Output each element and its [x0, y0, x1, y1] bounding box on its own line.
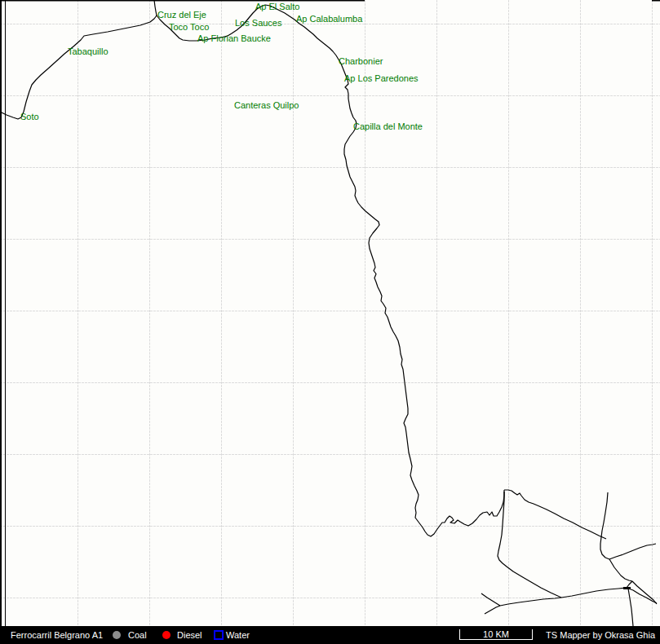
map-border-top-right — [652, 0, 660, 2]
railway-line — [0, 5, 504, 536]
junction-marker — [623, 587, 631, 589]
railway-line — [628, 589, 633, 626]
station-label: Capilla del Monte — [353, 122, 423, 131]
legend-label: Coal — [128, 630, 147, 640]
station-label: Toco Toco — [169, 23, 209, 32]
legend-label: Diesel — [177, 630, 202, 640]
route-name: Ferrocarril Belgrano A1 — [11, 630, 103, 640]
railway-line — [481, 593, 500, 606]
credit-text: TS Mapper by Okrasa Ghia — [546, 630, 655, 640]
station-label: Cruz del Eje — [157, 11, 206, 20]
map-canvas[interactable]: Cruz del EjeToco TocoAp El SaltoLos Sauc… — [0, 0, 660, 626]
station-label: Ap El Salto — [255, 2, 299, 11]
station-label: Los Sauces — [235, 19, 281, 28]
station-label: Charbonier — [339, 57, 383, 66]
diesel-marker-icon — [162, 631, 171, 639]
railway-line — [154, 0, 157, 15]
railway-line — [609, 544, 656, 559]
scale-bar: 10 KM — [459, 629, 533, 640]
legend-label: Water — [226, 630, 250, 640]
railway-line — [485, 588, 657, 614]
railway-map-drawing — [0, 0, 660, 626]
scale-label: 10 KM — [483, 629, 509, 639]
station-label: Ap Los Paredones — [344, 74, 419, 83]
coal-marker-icon — [113, 631, 121, 639]
station-label: Canteras Quilpo — [234, 101, 299, 110]
station-label: Ap Florian Baucke — [197, 34, 271, 43]
railway-line — [632, 581, 657, 604]
map-border-left-outer — [0, 0, 2, 626]
station-label: Soto — [20, 112, 39, 121]
water-marker-icon — [214, 630, 224, 640]
railway-line — [504, 490, 606, 539]
map-border-top — [0, 0, 365, 2]
railway-line — [627, 581, 632, 588]
railway-line — [609, 559, 632, 581]
station-label: Ap Calabalumba — [296, 15, 362, 24]
station-label: Tabaquillo — [68, 47, 109, 56]
map-border-left-inner — [5, 0, 6, 626]
status-bar: Ferrocarril Belgrano A1 CoalDieselWater … — [0, 626, 660, 644]
railway-line — [498, 492, 561, 598]
